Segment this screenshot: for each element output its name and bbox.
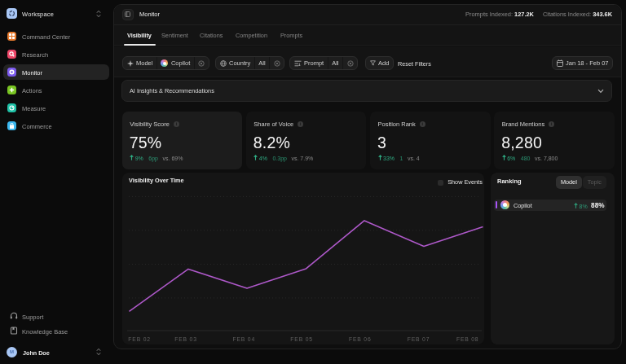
svg-text:FEB 02: FEB 02 (128, 336, 150, 342)
svg-text:FEB 04: FEB 04 (232, 336, 254, 342)
svg-text:FEB 08: FEB 08 (456, 336, 478, 342)
svg-text:FEB 03: FEB 03 (174, 336, 196, 342)
svg-text:FEB 05: FEB 05 (290, 336, 312, 342)
svg-text:FEB 07: FEB 07 (407, 336, 429, 342)
svg-text:FEB 06: FEB 06 (349, 336, 371, 342)
